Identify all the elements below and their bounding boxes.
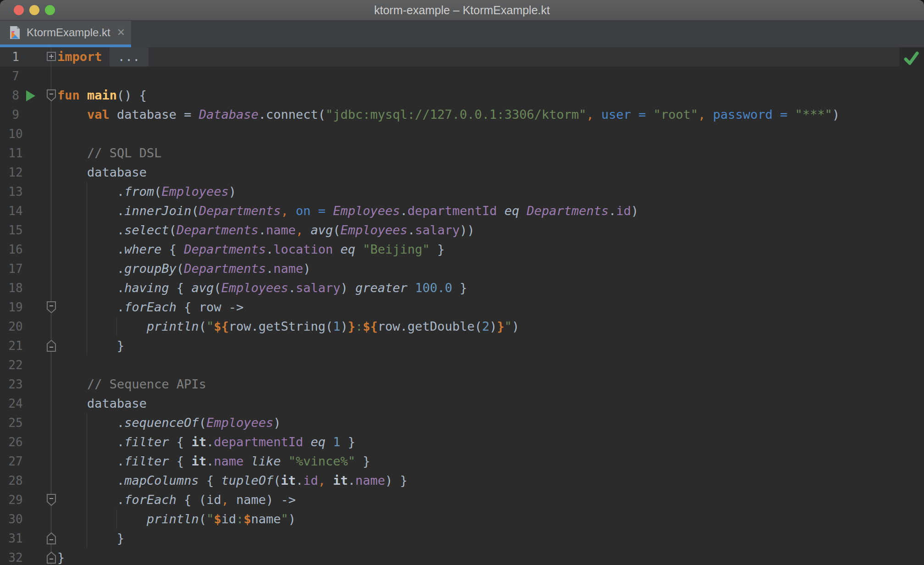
- token-pln: [281, 454, 288, 468]
- code-line[interactable]: 29 .forEach { (id, name) ->: [0, 490, 924, 510]
- token-pln: ): [512, 319, 519, 333]
- line-number[interactable]: 17: [0, 259, 31, 278]
- fold-marker-up[interactable]: [46, 339, 57, 355]
- code-text: database: [57, 394, 147, 413]
- code-line[interactable]: 9 val database = Database.connect("jdbc:…: [0, 105, 924, 124]
- fold-marker-plus[interactable]: [46, 50, 57, 66]
- token-pln: .: [348, 473, 355, 487]
- line-number[interactable]: 18: [0, 278, 31, 298]
- token-num: 1: [333, 435, 341, 449]
- token-pln: { row ->: [176, 300, 243, 314]
- code-line[interactable]: 26 .filter { it.departmentId eq 1 }: [0, 432, 924, 452]
- code-line[interactable]: 30 println("$id:$name"): [0, 510, 924, 529]
- code-line[interactable]: 14 .innerJoin(Departments, on = Employee…: [0, 201, 924, 221]
- fold-marker-up[interactable]: [46, 532, 57, 548]
- code-line[interactable]: 17 .groupBy(Departments.name): [0, 259, 924, 278]
- line-number[interactable]: 31: [0, 529, 31, 548]
- code-line[interactable]: 12 database: [0, 163, 924, 182]
- token-pln: ): [229, 184, 236, 199]
- token-comma: ,: [586, 107, 594, 122]
- traffic-light-close-button[interactable]: [14, 5, 24, 15]
- token-itl: groupBy: [124, 261, 176, 276]
- fold-marker-down[interactable]: [46, 493, 57, 509]
- code-line[interactable]: 25 .sequenceOf(Employees): [0, 413, 924, 432]
- code-line[interactable]: 21 }: [0, 336, 924, 355]
- line-number[interactable]: 22: [0, 355, 31, 375]
- line-number[interactable]: 13: [0, 182, 31, 201]
- line-number[interactable]: 10: [0, 124, 31, 144]
- token-prop: name: [266, 223, 296, 237]
- line-number[interactable]: 15: [0, 221, 31, 240]
- token-obj: Employees: [206, 415, 273, 430]
- line-number[interactable]: 16: [0, 240, 31, 259]
- token-pln: }: [355, 454, 370, 468]
- line-number[interactable]: 21: [0, 336, 31, 355]
- fold-marker-down[interactable]: [46, 301, 57, 316]
- token-comma: ,: [281, 204, 288, 218]
- code-line[interactable]: 27 .filter { it.name like "%vince%" }: [0, 452, 924, 471]
- line-number[interactable]: 20: [0, 317, 31, 336]
- line-number[interactable]: 7: [0, 66, 31, 86]
- line-number[interactable]: 14: [0, 201, 31, 221]
- code-line[interactable]: 18 .having { avg(Employees.salary) great…: [0, 278, 924, 298]
- traffic-light-minimize-button[interactable]: [29, 5, 39, 15]
- code-line[interactable]: 28 .mapColumns { tupleOf(it.id, it.name)…: [0, 471, 924, 490]
- token-pln: [497, 204, 504, 218]
- line-number[interactable]: 25: [0, 413, 31, 432]
- token-pln: }: [57, 550, 65, 565]
- inspection-ok-check-icon[interactable]: [902, 49, 920, 67]
- code-line[interactable]: 32}: [0, 548, 924, 565]
- fold-outline-line: [51, 95, 51, 558]
- code-text: .groupBy(Departments.name): [57, 259, 311, 278]
- tab-label: KtormExample.kt: [27, 26, 110, 39]
- code-text: println("$id:$name"): [57, 510, 296, 529]
- line-number[interactable]: 27: [0, 452, 31, 471]
- code-line[interactable]: 22: [0, 355, 924, 375]
- line-number[interactable]: 32: [0, 548, 31, 565]
- line-number[interactable]: 24: [0, 394, 31, 413]
- code-text: .mapColumns { tupleOf(it.id, it.name) }: [57, 471, 407, 490]
- run-main-button[interactable]: [25, 90, 36, 105]
- fold-marker-up[interactable]: [46, 551, 57, 565]
- code-line[interactable]: 31 }: [0, 529, 924, 548]
- code-line[interactable]: 13 .from(Employees): [0, 182, 924, 201]
- folded-imports-placeholder[interactable]: ...: [110, 47, 148, 66]
- token-prop: id: [616, 204, 631, 218]
- line-number[interactable]: 12: [0, 163, 31, 182]
- tab-ktormexample[interactable]: KtormExample.kt ✕: [0, 21, 131, 44]
- fold-marker-down[interactable]: [46, 89, 57, 105]
- token-pln: }: [430, 242, 445, 256]
- token-str: "Beijing": [363, 242, 430, 256]
- code-text: .select(Departments.name, avg(Employees.…: [57, 221, 474, 240]
- line-number[interactable]: 19: [0, 298, 31, 317]
- line-number[interactable]: 29: [0, 490, 31, 510]
- token-pln: .: [266, 261, 273, 276]
- token-str: :: [236, 512, 243, 526]
- code-line[interactable]: 7: [0, 66, 924, 86]
- line-number[interactable]: 26: [0, 432, 31, 452]
- editor[interactable]: 1import ...78fun main() {9 val database …: [0, 47, 924, 565]
- line-number[interactable]: 28: [0, 471, 31, 490]
- line-number[interactable]: 23: [0, 375, 31, 394]
- token-obj: Departments: [184, 242, 266, 256]
- code-line[interactable]: 8fun main() {: [0, 86, 924, 105]
- code-text: .forEach { row ->: [57, 298, 243, 317]
- code-line[interactable]: 16 .where { Departments.location eq "Bei…: [0, 240, 924, 259]
- code-text: }: [57, 529, 124, 548]
- code-line[interactable]: 20 println("${row.getString(1)}:${row.ge…: [0, 317, 924, 336]
- code-line[interactable]: 11 // SQL DSL: [0, 144, 924, 163]
- line-number[interactable]: 30: [0, 510, 31, 529]
- line-number[interactable]: 11: [0, 144, 31, 163]
- token-pln: id: [221, 512, 236, 526]
- code-line[interactable]: 10: [0, 124, 924, 144]
- code-line[interactable]: 15 .select(Departments.name, avg(Employe…: [0, 221, 924, 240]
- traffic-light-zoom-button[interactable]: [45, 5, 55, 15]
- line-number[interactable]: 9: [0, 105, 31, 124]
- code-line[interactable]: 19 .forEach { row ->: [0, 298, 924, 317]
- code-line[interactable]: 24 database: [0, 394, 924, 413]
- tab-close-icon[interactable]: ✕: [117, 28, 125, 38]
- code-line[interactable]: 1import ...: [0, 47, 924, 66]
- code-line[interactable]: 23 // Sequence APIs: [0, 375, 924, 394]
- line-number[interactable]: 1: [0, 47, 31, 66]
- token-it: it: [333, 473, 348, 487]
